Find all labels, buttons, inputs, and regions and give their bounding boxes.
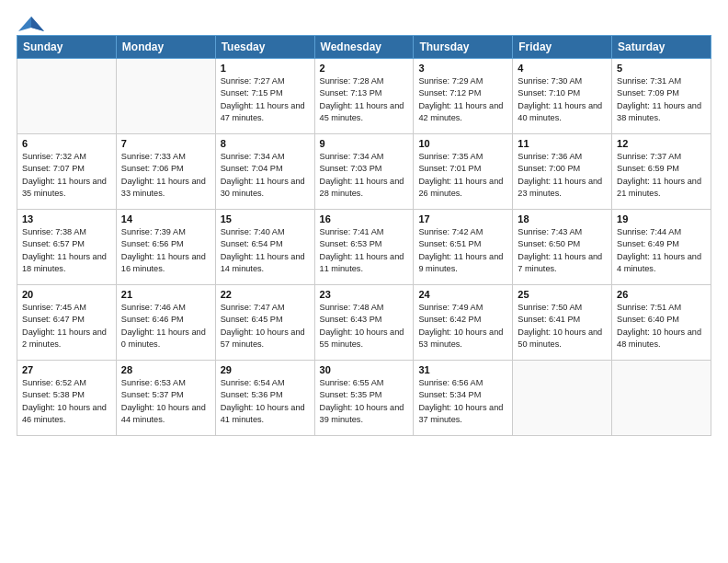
calendar-table: SundayMondayTuesdayWednesdayThursdayFrid… [17,35,711,436]
calendar-cell: 3Sunrise: 7:29 AMSunset: 7:12 PMDaylight… [414,59,513,134]
day-info: Sunrise: 7:46 AMSunset: 6:46 PMDaylight:… [121,302,210,350]
day-info: Sunrise: 7:29 AMSunset: 7:12 PMDaylight:… [418,75,507,124]
day-number: 15 [221,213,310,224]
day-number: 8 [221,138,310,149]
week-row-1: 1Sunrise: 7:27 AMSunset: 7:15 PMDaylight… [17,59,711,134]
weekday-header-friday: Friday [513,36,612,59]
day-info: Sunrise: 6:56 AMSunset: 5:34 PMDaylight:… [418,377,507,426]
calendar-cell: 6Sunrise: 7:32 AMSunset: 7:07 PMDaylight… [17,134,117,210]
day-info: Sunrise: 7:48 AMSunset: 6:43 PMDaylight:… [320,302,409,350]
day-info: Sunrise: 7:51 AMSunset: 6:40 PMDaylight:… [617,302,706,350]
calendar-cell: 22Sunrise: 7:47 AMSunset: 6:45 PMDayligh… [215,285,314,361]
svg-marker-1 [31,17,44,31]
day-info: Sunrise: 7:34 AMSunset: 7:04 PMDaylight:… [221,151,310,200]
day-info: Sunrise: 7:34 AMSunset: 7:03 PMDaylight:… [320,151,409,200]
calendar-cell: 4Sunrise: 7:30 AMSunset: 7:10 PMDaylight… [513,59,612,134]
day-info: Sunrise: 7:31 AMSunset: 7:09 PMDaylight:… [617,75,706,124]
day-number: 18 [518,213,607,224]
calendar-cell: 1Sunrise: 7:27 AMSunset: 7:15 PMDaylight… [215,59,314,134]
calendar-cell: 17Sunrise: 7:42 AMSunset: 6:51 PMDayligh… [414,210,513,285]
day-info: Sunrise: 6:54 AMSunset: 5:36 PMDaylight:… [221,377,310,426]
logo [17,15,44,35]
week-row-2: 6Sunrise: 7:32 AMSunset: 7:07 PMDaylight… [17,134,711,210]
calendar-cell: 13Sunrise: 7:38 AMSunset: 6:57 PMDayligh… [17,210,117,285]
day-info: Sunrise: 7:38 AMSunset: 6:57 PMDaylight:… [22,226,111,275]
calendar-cell: 10Sunrise: 7:35 AMSunset: 7:01 PMDayligh… [414,134,513,210]
day-number: 1 [221,63,310,74]
day-info: Sunrise: 7:49 AMSunset: 6:42 PMDaylight:… [418,302,507,350]
day-number: 19 [617,213,706,224]
calendar-cell: 30Sunrise: 6:55 AMSunset: 5:35 PMDayligh… [314,361,414,436]
calendar-cell: 24Sunrise: 7:49 AMSunset: 6:42 PMDayligh… [414,285,513,361]
day-number: 28 [121,364,210,375]
logo-bird-icon [18,15,44,35]
day-info: Sunrise: 7:35 AMSunset: 7:01 PMDaylight:… [418,151,507,200]
day-info: Sunrise: 7:36 AMSunset: 7:00 PMDaylight:… [518,151,607,200]
day-number: 9 [320,138,409,149]
calendar-cell: 23Sunrise: 7:48 AMSunset: 6:43 PMDayligh… [314,285,414,361]
calendar-cell: 15Sunrise: 7:40 AMSunset: 6:54 PMDayligh… [215,210,314,285]
calendar-cell: 25Sunrise: 7:50 AMSunset: 6:41 PMDayligh… [513,285,612,361]
day-info: Sunrise: 7:41 AMSunset: 6:53 PMDaylight:… [320,226,409,275]
day-info: Sunrise: 7:42 AMSunset: 6:51 PMDaylight:… [418,226,507,275]
day-number: 7 [121,138,210,149]
calendar-cell: 19Sunrise: 7:44 AMSunset: 6:49 PMDayligh… [612,210,711,285]
weekday-header-thursday: Thursday [414,36,513,59]
day-number: 5 [617,63,706,74]
day-number: 3 [418,63,507,74]
week-row-4: 20Sunrise: 7:45 AMSunset: 6:47 PMDayligh… [17,285,711,361]
day-number: 26 [617,289,706,300]
calendar-cell: 29Sunrise: 6:54 AMSunset: 5:36 PMDayligh… [215,361,314,436]
day-number: 23 [320,289,409,300]
calendar-cell: 18Sunrise: 7:43 AMSunset: 6:50 PMDayligh… [513,210,612,285]
day-number: 24 [418,289,507,300]
day-number: 4 [518,63,607,74]
header [17,15,711,28]
day-info: Sunrise: 7:45 AMSunset: 6:47 PMDaylight:… [22,302,111,350]
day-number: 11 [518,138,607,149]
calendar-cell: 20Sunrise: 7:45 AMSunset: 6:47 PMDayligh… [17,285,117,361]
day-info: Sunrise: 7:50 AMSunset: 6:41 PMDaylight:… [518,302,607,350]
day-info: Sunrise: 7:40 AMSunset: 6:54 PMDaylight:… [221,226,310,275]
week-row-5: 27Sunrise: 6:52 AMSunset: 5:38 PMDayligh… [17,361,711,436]
calendar-cell: 2Sunrise: 7:28 AMSunset: 7:13 PMDaylight… [314,59,414,134]
day-info: Sunrise: 7:33 AMSunset: 7:06 PMDaylight:… [121,151,210,200]
day-info: Sunrise: 6:55 AMSunset: 5:35 PMDaylight:… [320,377,409,426]
day-info: Sunrise: 7:37 AMSunset: 6:59 PMDaylight:… [617,151,706,200]
day-number: 22 [221,289,310,300]
calendar-cell: 8Sunrise: 7:34 AMSunset: 7:04 PMDaylight… [215,134,314,210]
day-number: 16 [320,213,409,224]
day-number: 12 [617,138,706,149]
day-info: Sunrise: 7:30 AMSunset: 7:10 PMDaylight:… [518,75,607,124]
weekday-header-tuesday: Tuesday [215,36,314,59]
day-number: 27 [22,364,111,375]
calendar-cell: 12Sunrise: 7:37 AMSunset: 6:59 PMDayligh… [612,134,711,210]
calendar-cell: 14Sunrise: 7:39 AMSunset: 6:56 PMDayligh… [116,210,215,285]
day-number: 25 [518,289,607,300]
logo-area [17,15,44,28]
day-info: Sunrise: 7:43 AMSunset: 6:50 PMDaylight:… [518,226,607,275]
weekday-header-monday: Monday [116,36,215,59]
week-row-3: 13Sunrise: 7:38 AMSunset: 6:57 PMDayligh… [17,210,711,285]
day-info: Sunrise: 7:28 AMSunset: 7:13 PMDaylight:… [320,75,409,124]
day-number: 30 [320,364,409,375]
day-info: Sunrise: 7:44 AMSunset: 6:49 PMDaylight:… [617,226,706,275]
calendar-cell: 5Sunrise: 7:31 AMSunset: 7:09 PMDaylight… [612,59,711,134]
calendar-cell: 9Sunrise: 7:34 AMSunset: 7:03 PMDaylight… [314,134,414,210]
calendar-cell: 26Sunrise: 7:51 AMSunset: 6:40 PMDayligh… [612,285,711,361]
day-number: 20 [22,289,111,300]
calendar-cell: 27Sunrise: 6:52 AMSunset: 5:38 PMDayligh… [17,361,117,436]
day-info: Sunrise: 6:52 AMSunset: 5:38 PMDaylight:… [22,377,111,426]
day-number: 2 [320,63,409,74]
calendar-cell [17,59,117,134]
day-info: Sunrise: 7:32 AMSunset: 7:07 PMDaylight:… [22,151,111,200]
day-number: 21 [121,289,210,300]
day-number: 29 [221,364,310,375]
calendar-cell: 7Sunrise: 7:33 AMSunset: 7:06 PMDaylight… [116,134,215,210]
calendar-cell: 31Sunrise: 6:56 AMSunset: 5:34 PMDayligh… [414,361,513,436]
day-number: 17 [418,213,507,224]
calendar-cell: 11Sunrise: 7:36 AMSunset: 7:00 PMDayligh… [513,134,612,210]
weekday-header-sunday: Sunday [17,36,117,59]
calendar-cell: 16Sunrise: 7:41 AMSunset: 6:53 PMDayligh… [314,210,414,285]
day-number: 31 [418,364,507,375]
